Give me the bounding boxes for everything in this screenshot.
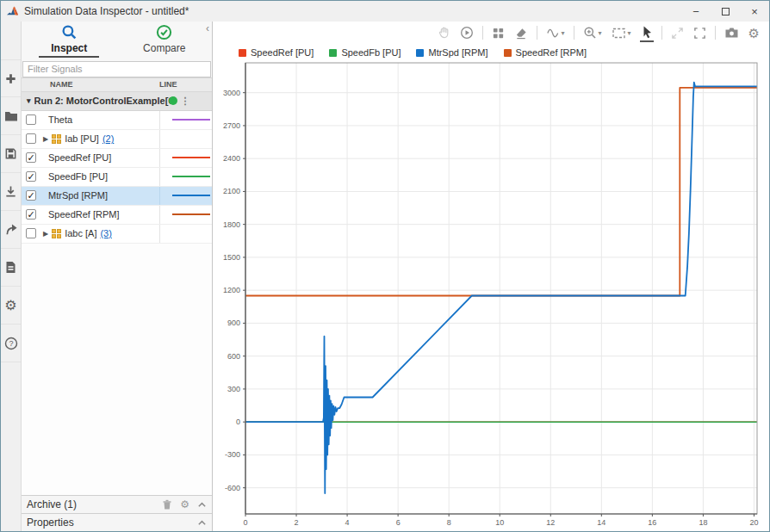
signal-checkbox[interactable]: [26, 133, 36, 144]
line-style-swatch[interactable]: [172, 157, 210, 158]
line-style-swatch[interactable]: [172, 119, 210, 121]
signal-count-link[interactable]: (2): [102, 133, 114, 144]
run-menu-button[interactable]: ⋮: [181, 96, 190, 107]
y-tick-label: 2700: [223, 121, 240, 130]
tab-inspect[interactable]: Inspect: [22, 24, 117, 59]
y-tick-label: 0: [236, 418, 240, 426]
expand-arrow-icon[interactable]: ▶: [43, 230, 48, 238]
minimize-button[interactable]: −: [681, 1, 711, 22]
diagonal-arrows-icon: [671, 27, 684, 40]
gear-icon: ⚙: [4, 299, 16, 312]
zoom-tool-button[interactable]: ▾: [582, 23, 603, 42]
preferences-button[interactable]: ⚙: [1, 287, 21, 325]
signal-row[interactable]: ▶Iab [PU](2): [22, 130, 212, 149]
replay-button[interactable]: [459, 23, 475, 42]
y-tick-label: 300: [227, 385, 240, 393]
tab-compare[interactable]: Compare: [117, 24, 213, 59]
matrix-signal-icon: [52, 134, 61, 144]
signal-row[interactable]: ✓SpeedRef [PU]: [22, 149, 212, 168]
close-button[interactable]: ×: [740, 1, 769, 22]
archive-gear-icon[interactable]: ⚙: [180, 498, 189, 510]
plot-toolbar: ▾ ▾ ▾: [213, 22, 769, 44]
column-header-name: NAME: [22, 80, 159, 89]
app-window: Simulation Data Inspector - untitled* − …: [0, 0, 770, 532]
filter-signals-input[interactable]: [22, 61, 211, 77]
signal-name: SpeedRef [RPM]: [48, 209, 120, 220]
fit-to-view-button[interactable]: ▾: [611, 23, 632, 42]
save-button[interactable]: [1, 135, 21, 173]
signal-checkbox[interactable]: [26, 228, 36, 238]
snapshot-button[interactable]: [723, 23, 740, 42]
signal-rows: ▾ Run 2: MotorControlExample[Current ⋮ T…: [22, 92, 212, 496]
expand-button[interactable]: [670, 23, 685, 42]
pointer-tool-button[interactable]: [640, 23, 654, 42]
collapse-panel-button[interactable]: ‹: [206, 23, 209, 34]
legend-swatch: [329, 49, 337, 57]
matrix-signal-icon: [52, 229, 61, 238]
signal-checkbox[interactable]: [26, 114, 36, 125]
chart-area: -600-30003006009001200150018002100240027…: [213, 61, 769, 532]
signal-count-link[interactable]: (3): [100, 228, 111, 238]
plot-canvas[interactable]: -600-30003006009001200150018002100240027…: [213, 61, 767, 531]
line-style-swatch[interactable]: [172, 213, 210, 215]
title-bar: Simulation Data Inspector - untitled* − …: [1, 1, 769, 22]
maximize-icon: [722, 8, 730, 15]
properties-bar[interactable]: Properties: [22, 513, 212, 531]
signal-checkbox[interactable]: ✓: [26, 190, 36, 201]
settings-button[interactable]: ⚙: [748, 23, 761, 42]
y-tick-label: -600: [225, 484, 240, 492]
help-button[interactable]: ?: [1, 325, 21, 362]
clear-button[interactable]: [513, 23, 529, 42]
wave-icon: [546, 27, 560, 40]
signal-row[interactable]: Theta: [22, 111, 212, 130]
signal-checkbox[interactable]: ✓: [26, 171, 36, 182]
layout-button[interactable]: [491, 23, 506, 42]
play-circle-icon: [460, 26, 474, 40]
plot-pane: ▾ ▾ ▾: [213, 22, 769, 531]
import-button[interactable]: [1, 173, 21, 211]
signal-checkbox[interactable]: ✓: [26, 152, 36, 163]
line-style-swatch[interactable]: [172, 176, 210, 177]
x-tick-label: 14: [597, 518, 605, 527]
run-collapse-arrow[interactable]: ▾: [27, 96, 31, 105]
properties-chevron-up-icon[interactable]: [197, 519, 207, 526]
archive-chevron-up-icon[interactable]: [197, 501, 207, 508]
run-header-row[interactable]: ▾ Run 2: MotorControlExample[Current ⋮: [22, 92, 212, 111]
signal-options-button[interactable]: ▾: [545, 23, 566, 42]
x-tick-label: 16: [648, 518, 656, 527]
x-tick-label: 18: [699, 518, 707, 527]
signal-checkbox[interactable]: ✓: [26, 209, 36, 220]
add-button[interactable]: [1, 59, 21, 97]
signal-row[interactable]: ✓MtrSpd [RPM]: [22, 187, 212, 206]
maximize-button[interactable]: [711, 1, 740, 22]
column-header-line: LINE: [159, 80, 212, 89]
signal-name: Theta: [48, 114, 72, 125]
signal-name: SpeedRef [PU]: [48, 152, 111, 163]
legend-item[interactable]: SpeedRef [RPM]: [504, 47, 587, 58]
x-tick-label: 6: [396, 518, 401, 527]
signal-row[interactable]: ✓SpeedFb [PU]: [22, 168, 212, 187]
trash-icon[interactable]: [162, 499, 172, 510]
legend-item[interactable]: SpeedFb [PU]: [329, 47, 401, 58]
archive-bar[interactable]: Archive (1) ⚙: [22, 495, 212, 513]
run-status-dot: [169, 96, 177, 105]
line-style-swatch[interactable]: [172, 195, 210, 196]
create-report-button[interactable]: [1, 249, 21, 287]
signal-row[interactable]: ✓SpeedRef [RPM]: [22, 206, 212, 225]
fit-view-icon: [612, 27, 626, 40]
fullscreen-button[interactable]: [692, 23, 707, 42]
legend-item[interactable]: MtrSpd [RPM]: [416, 47, 487, 58]
open-button[interactable]: [1, 97, 21, 135]
expand-arrow-icon[interactable]: ▶: [43, 135, 48, 143]
chevron-down-icon: ▾: [562, 29, 565, 37]
export-button[interactable]: [1, 211, 21, 249]
y-tick-label: 1500: [223, 253, 240, 262]
pan-tool-button[interactable]: [437, 23, 451, 42]
signal-row[interactable]: ▶Iabc [A](3): [22, 225, 212, 244]
x-tick-label: 8: [447, 518, 451, 527]
tab-compare-label: Compare: [143, 42, 185, 56]
legend-item[interactable]: SpeedRef [PU]: [239, 47, 314, 58]
legend-swatch: [504, 49, 512, 57]
y-tick-label: 1200: [223, 286, 240, 294]
x-tick-label: 4: [345, 518, 350, 527]
